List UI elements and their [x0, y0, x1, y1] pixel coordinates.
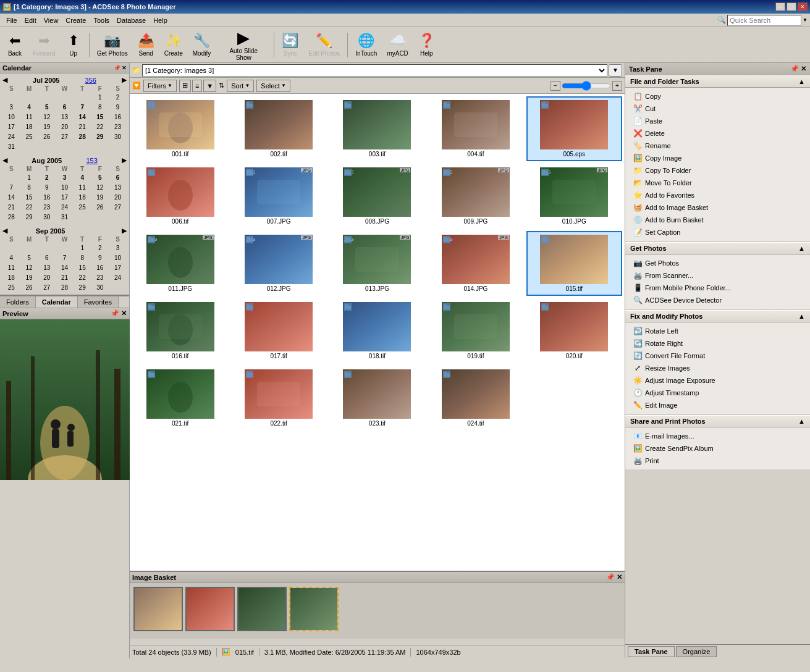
in-touch-button[interactable]: 🌐 InTouch	[351, 30, 381, 61]
task-item[interactable]: 📂Move To Folder	[630, 177, 805, 189]
zoom-slider[interactable]	[562, 83, 611, 88]
basket-pin-button[interactable]: 📌	[606, 573, 615, 581]
zoom-in-button[interactable]: +	[612, 81, 622, 91]
search-dropdown-arrow[interactable]: ▼	[803, 17, 808, 23]
task-item[interactable]: ⤢Resize Images	[630, 362, 805, 374]
menu-database[interactable]: Database	[113, 15, 150, 25]
maximize-button[interactable]: □	[787, 2, 796, 11]
task-item[interactable]: 📷Get Photos	[630, 257, 805, 269]
thumbnail-item[interactable]: JPG JPG 009.JPG	[428, 164, 523, 229]
thumbnail-item[interactable]: 006.tif	[132, 164, 228, 229]
task-section-header[interactable]: Share and Print Photos▲	[625, 415, 810, 427]
task-item[interactable]: ✏️Edit Image	[630, 399, 805, 411]
task-section-header[interactable]: Fix and Modify Photos▲	[625, 310, 810, 322]
thumbnail-item[interactable]: 021.tif	[132, 366, 228, 430]
thumbnail-item[interactable]: 015.tif	[526, 231, 622, 296]
thumbnail-item[interactable]: JPG JPG 007.JPG	[230, 164, 326, 229]
calendar-panel-controls[interactable]: 📌 ✕	[114, 65, 127, 71]
thumbnail-item[interactable]: 024.tif	[428, 366, 523, 430]
task-item[interactable]: ❌Delete	[630, 127, 805, 140]
get-photos-button[interactable]: 📷 Get Photos	[93, 30, 132, 61]
select-button[interactable]: Select ▼	[256, 80, 290, 92]
window-controls[interactable]: ─ □ ✕	[775, 2, 808, 11]
task-item[interactable]: 🧺Add to Image Basket	[630, 201, 805, 214]
thumbnail-item[interactable]: JPG JPG 014.JPG	[428, 231, 523, 296]
my-acd-button[interactable]: ☁️ myACD	[382, 30, 412, 61]
task-item[interactable]: 🖼️Create SendPix Album	[630, 442, 805, 455]
favorites-tab[interactable]: Favorites	[78, 296, 119, 308]
minimize-button[interactable]: ─	[775, 2, 785, 11]
task-item[interactable]: 📄Paste	[630, 115, 805, 127]
menu-create[interactable]: Create	[62, 15, 90, 25]
basket-controls[interactable]: 📌 ✕	[606, 573, 622, 581]
thumbnail-item[interactable]: 020.tif	[526, 298, 622, 363]
edit-photos-button[interactable]: ✏️ Edit Photos	[304, 30, 344, 61]
filters-button[interactable]: Filters ▼	[143, 80, 177, 92]
modify-button[interactable]: 🔧 Modify	[188, 30, 215, 61]
basket-item[interactable]	[133, 587, 183, 631]
task-item[interactable]: ✂️Cut	[630, 103, 805, 115]
calendar-tab[interactable]: Calendar	[36, 296, 78, 308]
thumbnail-item[interactable]: 022.tif	[230, 366, 326, 430]
menu-file[interactable]: File	[2, 15, 21, 25]
task-pane-close-button[interactable]: ✕	[801, 65, 806, 72]
path-dropdown[interactable]: [1 Category: Images 3]	[142, 64, 607, 77]
calendar-aug-prev[interactable]: ◀	[2, 156, 7, 164]
task-item[interactable]: 🏷️Rename	[630, 140, 805, 152]
thumbnail-item[interactable]: JPG JPG 010.JPG	[526, 164, 622, 229]
calendar-sep-next[interactable]: ▶	[122, 227, 127, 235]
calendar-close-button[interactable]: ✕	[122, 65, 127, 71]
view-dropdown-button[interactable]: ▼	[203, 80, 216, 92]
thumbnail-item[interactable]: 019.tif	[428, 298, 523, 363]
task-pane-pin-button[interactable]: 📌	[790, 65, 799, 72]
task-pane-controls[interactable]: 📌 ✕	[790, 65, 806, 73]
thumbnail-item[interactable]: 023.tif	[329, 366, 425, 430]
task-item[interactable]: 📧E-mail Images...	[630, 430, 805, 442]
folders-tab[interactable]: Folders	[0, 296, 36, 308]
task-item[interactable]: 📋Copy	[630, 90, 805, 103]
back-button[interactable]: ⬅ Back	[2, 30, 27, 61]
thumbnail-item[interactable]: 001.tif	[132, 96, 228, 161]
view-thumbnails-button[interactable]: ⊞	[179, 80, 191, 92]
task-item[interactable]: 🔍ACDSee Device Detector	[630, 294, 805, 306]
task-item[interactable]: 🖨️Print	[630, 455, 805, 467]
calendar-july-next[interactable]: ▶	[122, 76, 127, 84]
task-item[interactable]: ↪️Rotate Right	[630, 337, 805, 350]
calendar-sep-prev[interactable]: ◀	[2, 227, 7, 235]
forward-button[interactable]: ➡ Forward	[28, 30, 60, 61]
close-button[interactable]: ✕	[798, 2, 808, 11]
thumbnail-item[interactable]: JPG JPG 011.JPG	[132, 231, 228, 296]
thumbnail-item[interactable]: JPG JPG 012.JPG	[230, 231, 326, 296]
task-item[interactable]: 💿Add to Burn Basket	[630, 214, 805, 226]
thumbnail-item[interactable]: 017.tif	[230, 298, 326, 363]
menu-edit[interactable]: Edit	[21, 15, 40, 25]
preview-close-button[interactable]: ✕	[121, 309, 127, 317]
task-pane-tab[interactable]: Task Pane	[628, 646, 675, 657]
calendar-pin-button[interactable]: 📌	[114, 65, 120, 71]
menu-view[interactable]: View	[40, 15, 62, 25]
send-button[interactable]: 📤 Send	[133, 30, 159, 61]
path-go-button[interactable]: ▼	[609, 64, 622, 77]
basket-item[interactable]	[289, 587, 339, 631]
auto-slide-show-button[interactable]: ▶ Auto Slide Show	[216, 30, 271, 61]
create-button[interactable]: ✨ Create	[160, 30, 187, 61]
task-item[interactable]: ⭐Add to Favorites	[630, 189, 805, 201]
thumbnail-item[interactable]: JPG JPG 008.JPG	[329, 164, 425, 229]
help-button[interactable]: ❓ Help	[414, 30, 439, 61]
thumbnail-item[interactable]: 003.tif	[329, 96, 425, 161]
preview-pin-button[interactable]: 📌	[111, 309, 119, 317]
menu-help[interactable]: Help	[150, 15, 171, 25]
thumbnails-area[interactable]: 001.tif 002.tif	[130, 94, 625, 571]
thumbnail-item[interactable]: 004.tif	[428, 96, 523, 161]
basket-item[interactable]	[237, 587, 287, 631]
task-item[interactable]: ↩️Rotate Left	[630, 325, 805, 337]
preview-controls[interactable]: 📌 ✕	[111, 309, 127, 317]
calendar-july-prev[interactable]: ◀	[2, 76, 7, 84]
view-list-button[interactable]: ≡	[192, 80, 202, 92]
thumbnail-item[interactable]: 016.tif	[132, 298, 228, 363]
task-item[interactable]: 📁Copy To Folder	[630, 164, 805, 177]
task-item[interactable]: 🔄Convert File Format	[630, 350, 805, 362]
task-item[interactable]: 📝Set Caption	[630, 226, 805, 238]
basket-item[interactable]	[185, 587, 235, 631]
task-item[interactable]: 📱From Mobile Phone Folder...	[630, 282, 805, 294]
